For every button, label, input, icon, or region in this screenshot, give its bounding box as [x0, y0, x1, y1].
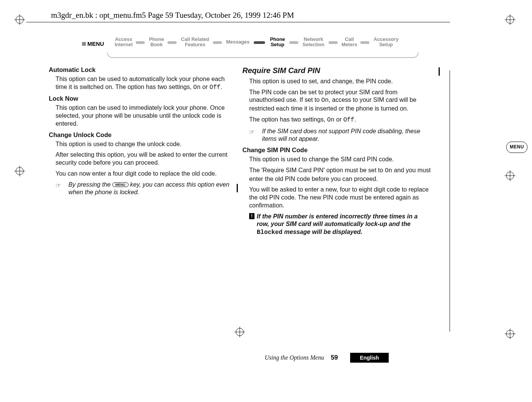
menu-connector-icon: [213, 41, 222, 44]
setting-on: On: [321, 97, 329, 104]
registration-mark-icon: [14, 14, 25, 25]
registration-mark-icon: [505, 14, 515, 25]
right-column: Require SIM Card PIN This option is used…: [242, 66, 431, 240]
menu-item-line1: Call: [345, 36, 354, 42]
menu-item-messages: Messages: [223, 39, 252, 45]
menu-item-line2: Selection: [302, 42, 324, 47]
menu-underbar: [107, 53, 419, 58]
heading-automatic-lock: Automatic Lock: [49, 66, 237, 73]
setting-on: On: [193, 84, 200, 91]
crop-line: [450, 70, 450, 332]
body-columns: Automatic Lock This option can be used t…: [49, 66, 431, 240]
text: .: [220, 83, 222, 90]
paragraph: The PIN code can be set to protect your …: [242, 88, 431, 112]
heading-change-unlock-code: Change Unlock Code: [49, 131, 237, 139]
heading-change-sim-pin-code: Change SIM PIN Code: [242, 146, 431, 154]
text: or: [201, 83, 209, 90]
menu-label: MENU: [82, 41, 104, 47]
page-canvas: { "header": { "path_text": "m3gdr_en.bk …: [0, 0, 532, 402]
left-column: Automatic Lock This option can be used t…: [49, 66, 237, 199]
menu-item-line2: Setup: [379, 42, 393, 47]
footer-language-badge: English: [350, 353, 389, 363]
registration-mark-icon: [234, 327, 245, 337]
menu-item-line1: Phone: [270, 36, 285, 42]
text: The option has two settings,: [249, 116, 327, 123]
note-paragraph: ☞ If the SIM card does not support PIN c…: [242, 127, 431, 143]
change-bar-icon: [237, 184, 238, 192]
note-hand-icon: ☞: [56, 181, 61, 189]
paragraph: You can now enter a four digit code to r…: [49, 170, 237, 178]
footer-page-number: 59: [331, 354, 338, 361]
heading-require-sim-card-pin: Require SIM Card PIN: [242, 66, 431, 75]
registration-mark-icon: [505, 170, 515, 181]
warning-paragraph: ! If the PIN number is entered incorrect…: [242, 212, 431, 237]
paragraph: This option is used to change the unlock…: [49, 140, 237, 148]
menu-path-diagram: MENU Access Internet Phone Book Call Rel…: [78, 33, 419, 62]
menu-item-line1: Phone: [149, 36, 164, 42]
blocked-message: Blocked: [257, 229, 282, 236]
paragraph: After selecting this option, you will be…: [49, 151, 237, 166]
menu-item-network-selection: Network Selection: [300, 37, 327, 47]
menu-item-line2: Book: [150, 42, 163, 47]
menu-item-call-meters: Call Meters: [339, 37, 360, 47]
text: .: [354, 116, 356, 123]
menu-connector-icon: [329, 41, 338, 44]
text: If the PIN number is entered incorrectly…: [257, 213, 418, 227]
setting-on: On: [327, 117, 334, 123]
menu-connector-icon: [254, 41, 265, 44]
menu-item-line1: Accessory: [374, 36, 399, 42]
menu-item-phone-setup: Phone Setup: [267, 37, 288, 47]
note-paragraph: ☞ By pressing the MENU key, you can acce…: [49, 181, 237, 196]
registration-mark-icon: [14, 166, 25, 176]
menu-item-line1: Messages: [226, 39, 250, 45]
menu-item-call-related-features: Call Related Features: [178, 37, 212, 47]
header-rule: [26, 22, 450, 22]
text: message will be displayed.: [282, 228, 362, 235]
text: By pressing the: [68, 181, 112, 188]
change-bar-icon: [439, 67, 440, 76]
menu-connector-icon: [289, 41, 298, 44]
menu-item-access-internet: Access Internet: [112, 37, 135, 47]
document-header-path: m3gdr_en.bk : opt_menu.fm5 Page 59 Tuesd…: [51, 11, 294, 20]
paragraph: The 'Require SIM Card PIN' option must b…: [242, 166, 431, 182]
menu-item-line2: Meters: [341, 42, 357, 47]
text: or: [335, 116, 343, 123]
paragraph: This option can be used to automatically…: [49, 75, 237, 91]
note-hand-icon: ☞: [249, 128, 254, 136]
menu-item-line1: Access: [115, 36, 132, 42]
text: The 'Require SIM Card PIN' option must b…: [249, 167, 385, 173]
paragraph: You will be asked to enter a new, four t…: [242, 185, 431, 209]
menu-item-line1: Network: [304, 36, 323, 42]
heading-lock-now: Lock Now: [49, 95, 237, 102]
paragraph: This option is used to change the SIM ca…: [242, 155, 431, 163]
menu-key-icon: MENU: [112, 182, 129, 187]
setting-on: On: [385, 167, 392, 174]
menu-item-accessory-setup: Accessory Setup: [371, 37, 401, 47]
menu-connector-icon: [168, 41, 177, 44]
menu-item-phone-book: Phone Book: [146, 37, 167, 47]
paragraph: The option has two settings, On or Off.: [242, 115, 431, 124]
registration-mark-icon: [505, 329, 515, 339]
footer-section-title: Using the Options Menu: [265, 354, 324, 361]
paragraph: This option can be used to immediately l…: [49, 104, 237, 127]
menu-item-line1: Call Related: [181, 36, 209, 42]
menu-item-line2: Features: [185, 42, 205, 47]
setting-off: Off: [209, 84, 220, 91]
page-footer: Using the Options Menu 59 English: [265, 353, 434, 363]
menu-item-line2: Internet: [115, 42, 133, 47]
warning-icon: !: [249, 213, 254, 219]
menu-connector-icon: [360, 41, 369, 44]
menu-item-line2: Setup: [271, 42, 284, 47]
menu-connector-icon: [136, 41, 145, 44]
text: If the SIM card does not support PIN cod…: [262, 128, 420, 142]
menu-side-tab: MENU: [506, 142, 527, 153]
setting-off: Off: [343, 117, 354, 123]
paragraph: This option is used to set, and change, …: [242, 77, 431, 85]
